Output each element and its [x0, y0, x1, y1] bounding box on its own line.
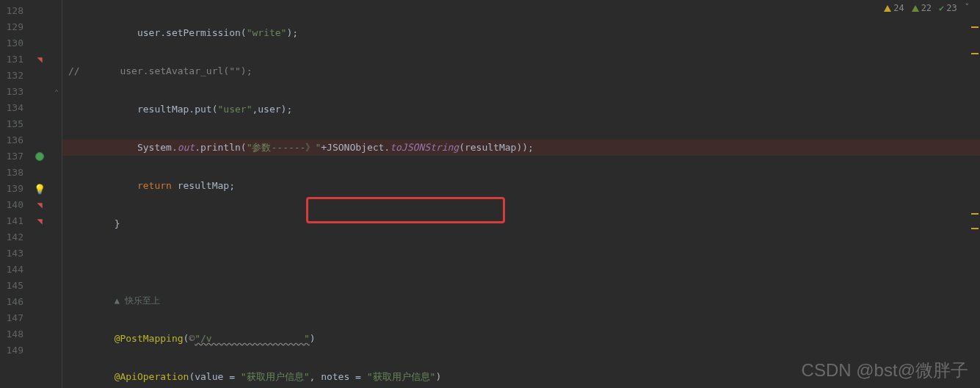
line-number-gutter: 1281291301311321331341351361371381391401…: [0, 0, 28, 388]
check-icon: ✔: [939, 3, 944, 13]
error-stripe-scrollbar[interactable]: [971, 0, 979, 388]
weak-warning-triangle-icon: [912, 5, 919, 12]
icon-gutter: ◥ 💡 ◥ ◥: [28, 0, 51, 388]
more-indicator-icon[interactable]: ˇ: [965, 3, 970, 13]
code-editor[interactable]: 1281291301311321331341351361371381391401…: [0, 0, 980, 388]
weak-warning-indicator[interactable]: 22: [912, 3, 932, 13]
code-line[interactable]: resultMap.put("user",user);: [62, 101, 980, 118]
author-hint: ▲ 快乐至上: [62, 292, 980, 309]
code-line[interactable]: [62, 254, 980, 270]
ok-indicator[interactable]: ✔23: [939, 3, 957, 13]
inspection-indicators[interactable]: 24 22 ✔23 ˇ: [884, 3, 970, 13]
red-marker-icon[interactable]: ◥: [28, 213, 51, 229]
red-marker-icon[interactable]: ◥: [28, 197, 51, 213]
run-gutter-icon[interactable]: [28, 148, 51, 165]
code-line[interactable]: user.setPermission("write");: [62, 25, 980, 41]
code-line[interactable]: @PostMapping(©"/v "): [62, 331, 980, 347]
intention-bulb-icon[interactable]: 💡: [28, 181, 51, 197]
code-area[interactable]: user.setPermission("write"); // user.set…: [62, 0, 980, 388]
code-line[interactable]: @ApiOperation(value = "获取用户信息", notes = …: [62, 369, 980, 385]
code-line[interactable]: return resultMap;: [62, 178, 980, 194]
fold-gutter[interactable]: ⌃: [51, 0, 62, 388]
code-line[interactable]: System.out.println("参数------》"+JSONObjec…: [62, 140, 980, 156]
code-line[interactable]: // user.setAvatar_url("");: [62, 63, 980, 79]
code-line[interactable]: }: [62, 216, 980, 232]
fold-handle-icon[interactable]: ⌃: [51, 84, 62, 100]
red-marker-icon[interactable]: ◥: [28, 51, 51, 68]
warning-indicator[interactable]: 24: [884, 3, 904, 13]
warning-triangle-icon: [884, 5, 891, 12]
